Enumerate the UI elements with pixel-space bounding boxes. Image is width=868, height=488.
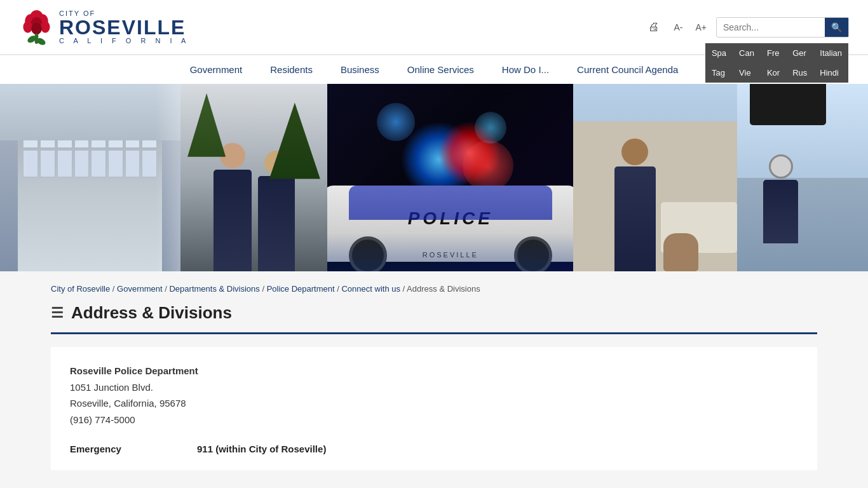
main-content: City of Roseville / Government / Departm… [0,271,868,488]
nav-how-do-i[interactable]: How Do I... [488,55,563,84]
page-title-text: Address & Divisions [71,303,232,323]
nav-government[interactable]: Government [176,55,257,84]
nav-online-services[interactable]: Online Services [393,55,488,84]
language-dropdown: Spa Can Fre Ger Italian Tag Vie Kor Rus … [705,43,848,83]
lang-russian[interactable]: Rus [786,63,813,83]
svg-point-5 [41,21,50,32]
lang-tagalog[interactable]: Tag [705,63,733,83]
logo-area[interactable]: CITY OF ROSEVILLE C A L I F O R N I A [19,6,189,48]
lang-vietnamese[interactable]: Vie [733,63,761,83]
breadcrumb-departments[interactable]: Departments & Divisions [169,284,259,294]
logo-roseville: ROSEVILLE [59,17,189,37]
site-header: CITY OF ROSEVILLE C A L I F O R N I A 🖨 … [0,0,868,54]
hero-panel-police-car: POLICE ROSEVILLE [327,84,573,271]
hero-panel-officers [180,84,328,271]
department-name: Roseville Police Department [70,363,798,379]
svg-point-6 [31,23,42,34]
emergency-section: Emergency 911 (within City of Roseville) [70,444,798,454]
logo-rose-icon [19,6,54,48]
lang-french[interactable]: Fre [761,43,786,63]
breadcrumb-connect[interactable]: Connect with us [341,284,400,294]
lang-spanish[interactable]: Spa [705,43,733,63]
emergency-number: 911 (within City of Roseville) [197,444,326,454]
search-input[interactable] [717,18,825,36]
emergency-label: Emergency [70,444,197,454]
breadcrumb: City of Roseville / Government / Departm… [51,284,817,294]
nav-council-agenda[interactable]: Current Council Agenda [563,55,692,84]
phone-number[interactable]: (916) 774-5000 [70,412,798,428]
content-divider [51,332,817,334]
nav-business[interactable]: Business [327,55,393,84]
search-button[interactable]: 🔍 [825,18,848,37]
hero-panel-motorcycle [737,84,868,271]
page-title: ☰ Address & Divisions [51,303,817,323]
font-increase-button[interactable]: A+ [692,21,710,34]
search-icon: 🔍 [831,22,842,32]
print-button[interactable]: 🖨 [644,17,664,37]
font-decrease-button[interactable]: A- [670,21,686,34]
address-line2: Roseville, California, 95678 [70,395,798,412]
search-area: 🔍 Spa Can Fre Ger Italian Tag Vie Kor Ru… [716,17,849,37]
hero-section: POLICE ROSEVILLE [0,84,868,271]
logo-text: CITY OF ROSEVILLE C A L I F O R N I A [59,10,189,44]
breadcrumb-sep-1: / [112,284,117,294]
header-controls: 🖨 A- A+ 🔍 Spa Can Fre Ger Italian Tag Vi… [644,17,849,37]
lang-hindi[interactable]: Hindi [813,63,848,83]
lang-cantonese[interactable]: Can [733,43,761,63]
hero-panel-officer-dog [573,84,737,271]
lang-german[interactable]: Ger [786,43,813,63]
breadcrumb-current: Address & Divisions [407,284,480,294]
content-box: Roseville Police Department 1051 Junctio… [51,347,817,470]
lang-italian[interactable]: Italian [813,43,848,63]
breadcrumb-government[interactable]: Government [117,284,163,294]
address-line1: 1051 Junction Blvd. [70,379,798,396]
breadcrumb-sep-3: / [262,284,266,294]
hero-panel-building [0,84,180,271]
svg-point-4 [23,21,32,32]
breadcrumb-home[interactable]: City of Roseville [51,284,110,294]
address-block: Roseville Police Department 1051 Junctio… [70,363,798,428]
nav-residents[interactable]: Residents [256,55,327,84]
lang-korean[interactable]: Kor [761,63,786,83]
menu-icon: ☰ [51,305,64,322]
breadcrumb-police[interactable]: Police Department [267,284,335,294]
logo-california: C A L I F O R N I A [59,37,189,44]
